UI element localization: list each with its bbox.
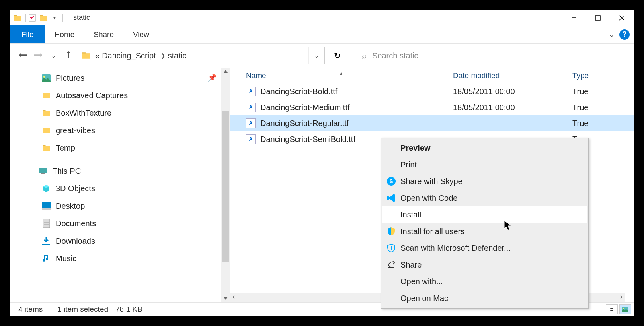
status-size: 78.1 KB	[115, 305, 142, 314]
font-file-icon: A	[246, 134, 256, 144]
file-row[interactable]: ADancingScript-Regular.ttfTrue	[230, 115, 634, 131]
this-pc-icon	[38, 167, 48, 175]
nav-item-3d-objects[interactable]: 3D Objects	[10, 180, 230, 197]
file-type: True	[572, 87, 588, 96]
nav-item-this-pc[interactable]: This PC	[10, 162, 230, 180]
context-menu-item[interactable]: Print	[382, 156, 587, 173]
file-tab[interactable]: File	[10, 25, 45, 43]
view-details-button[interactable]: ≣	[606, 304, 618, 314]
file-type: True	[572, 119, 588, 128]
scrollbar-thumb[interactable]	[222, 111, 229, 262]
context-menu-item[interactable]: Share	[382, 256, 587, 273]
file-row[interactable]: ADancingScript-Bold.ttf18/05/2011 00:00T…	[230, 83, 634, 99]
breadcrumb-item[interactable]: static	[168, 51, 187, 60]
context-menu-item[interactable]: SShare with Skype	[382, 173, 587, 190]
context-menu-item[interactable]: Open with...	[382, 273, 587, 290]
nav-label: Music	[56, 254, 76, 263]
context-menu-item[interactable]: Scan with Microsoft Defender...	[382, 240, 587, 256]
search-input[interactable]	[372, 51, 626, 60]
column-header-name[interactable]: Name ▴	[230, 71, 453, 80]
svg-point-6	[43, 76, 45, 78]
recent-locations-button[interactable]: ⌄	[48, 50, 59, 61]
shield-icon	[386, 226, 396, 237]
menu-item-label: Scan with Microsoft Defender...	[400, 244, 511, 253]
file-type: True	[572, 103, 588, 112]
nav-item-music[interactable]: Music	[10, 250, 230, 267]
nav-label: great-vibes	[56, 126, 95, 135]
nav-item-documents[interactable]: Documents	[10, 215, 230, 232]
share-icon	[386, 260, 396, 270]
chevron-right-icon[interactable]: ❯	[161, 52, 166, 59]
file-name: DancingScript-Medium.ttf	[260, 103, 453, 112]
desktop-icon	[41, 202, 51, 210]
context-menu-item[interactable]: Open on Mac	[382, 290, 587, 307]
forward-button[interactable]: 🠖	[33, 50, 44, 61]
breadcrumb-prefix[interactable]: «	[95, 51, 100, 60]
quick-access-toolbar: ▼	[28, 14, 60, 22]
up-button[interactable]: 🠕	[63, 50, 74, 61]
view-thumbnails-button[interactable]	[619, 304, 631, 314]
3d-objects-icon	[41, 184, 51, 193]
context-menu-item[interactable]: Preview	[382, 140, 587, 156]
new-folder-icon[interactable]	[39, 14, 47, 22]
nav-scrollbar[interactable]	[221, 68, 230, 302]
nav-label: Desktop	[56, 202, 85, 211]
context-menu-item[interactable]: Install for all users	[382, 223, 587, 240]
column-header-date[interactable]: Date modified	[453, 71, 572, 80]
status-selection: 1 item selected	[57, 305, 108, 314]
nav-item-folder[interactable]: Temp	[10, 139, 230, 157]
breadcrumb-item[interactable]: Dancing_Script	[102, 51, 156, 60]
svg-rect-8	[41, 173, 45, 174]
nav-item-folder[interactable]: great-vibes	[10, 122, 230, 139]
nav-label: Documents	[56, 219, 96, 228]
close-button[interactable]	[610, 11, 634, 25]
properties-icon[interactable]	[28, 14, 36, 22]
tab-share[interactable]: Share	[84, 25, 123, 43]
menu-item-label: Open on Mac	[400, 294, 448, 303]
address-dropdown-button[interactable]: ⌄	[308, 47, 324, 64]
folder-icon	[41, 109, 51, 117]
nav-item-pictures[interactable]: Pictures 📌	[10, 69, 230, 87]
font-file-icon: A	[246, 118, 256, 128]
column-headers: Name ▴ Date modified Type	[230, 68, 634, 83]
chevron-down-icon[interactable]: ▼	[51, 14, 59, 22]
help-icon[interactable]: ?	[619, 29, 630, 40]
nav-item-desktop[interactable]: Desktop	[10, 197, 230, 215]
separator	[62, 14, 63, 22]
ribbon-tabs: File Home Share View ⌄ ?	[10, 25, 634, 44]
search-box[interactable]: ⌕	[355, 47, 626, 64]
navigation-pane: Pictures 📌 Autosaved Captures BoxWithTex…	[10, 68, 230, 302]
context-menu-item[interactable]: Open with Code	[382, 190, 587, 206]
nav-item-folder[interactable]: Autosaved Captures	[10, 87, 230, 104]
documents-icon	[41, 219, 51, 228]
status-item-count: 4 items	[18, 305, 43, 314]
back-button[interactable]: 🠔	[18, 50, 29, 61]
refresh-button[interactable]: ↻	[329, 47, 346, 64]
separator	[50, 305, 50, 314]
folder-icon	[82, 52, 91, 60]
search-icon: ⌕	[362, 51, 367, 60]
tab-view[interactable]: View	[123, 25, 159, 43]
menu-item-label: Install	[400, 210, 421, 219]
title-bar: ▼ static	[10, 10, 634, 25]
defender-icon	[386, 243, 396, 253]
file-name: DancingScript-Bold.ttf	[260, 87, 453, 96]
menu-item-label: Open with...	[400, 277, 443, 286]
tab-home[interactable]: Home	[45, 25, 84, 43]
font-file-icon: A	[246, 103, 256, 112]
nav-item-downloads[interactable]: Downloads	[10, 232, 230, 250]
expand-ribbon-icon[interactable]: ⌄	[609, 30, 615, 39]
file-name: DancingScript-Regular.ttf	[260, 119, 453, 128]
context-menu-item[interactable]: Install	[382, 206, 587, 223]
column-header-type[interactable]: Type	[572, 71, 634, 80]
file-row[interactable]: ADancingScript-Medium.ttf18/05/2011 00:0…	[230, 99, 634, 115]
svg-rect-15	[42, 244, 50, 245]
menu-item-label: Open with Code	[400, 194, 457, 203]
minimize-button[interactable]	[562, 11, 586, 25]
address-bar[interactable]: « Dancing_Script ❯ static ⌄	[78, 47, 325, 64]
maximize-button[interactable]	[586, 11, 610, 25]
nav-label: Temp	[56, 144, 75, 153]
skype-icon: S	[386, 176, 396, 186]
nav-item-folder[interactable]: BoxWithTexture	[10, 104, 230, 122]
svg-rect-11	[43, 219, 50, 228]
